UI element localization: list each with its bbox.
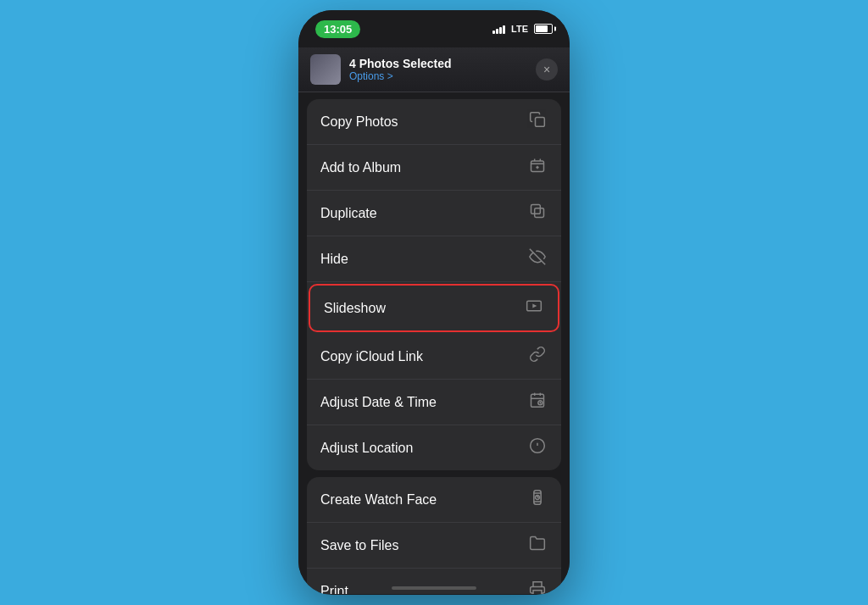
close-button[interactable]: × [536, 58, 558, 80]
adjust-date-label: Adjust Date & Time [320, 395, 437, 410]
photo-count: 4 Photos Selected [349, 57, 452, 70]
status-time: 13:05 [315, 20, 360, 38]
create-watch-face-label: Create Watch Face [320, 492, 437, 508]
status-icons: LTE [492, 24, 553, 34]
status-bar: 13:05 LTE [298, 10, 570, 47]
menu-item-adjust-location[interactable]: Adjust Location [307, 425, 561, 470]
print-label: Print [320, 584, 348, 595]
menu-container: Copy Photos Add to Album [298, 92, 570, 594]
print-icon [527, 580, 548, 594]
add-to-album-label: Add to Album [320, 160, 401, 175]
menu-item-save-to-files[interactable]: Save to Files [307, 523, 561, 569]
photo-thumbnail [310, 54, 341, 85]
svg-marker-8 [532, 304, 537, 308]
menu-item-add-to-album[interactable]: Add to Album [307, 145, 561, 191]
battery-icon [534, 24, 553, 34]
menu-item-create-watch-face[interactable]: Create Watch Face [307, 477, 561, 523]
menu-item-copy-icloud[interactable]: Copy iCloud Link [307, 334, 561, 380]
adjust-date-icon [527, 391, 548, 413]
adjust-location-icon [527, 437, 548, 458]
save-to-files-icon [527, 535, 548, 556]
duplicate-label: Duplicate [320, 206, 377, 221]
menu-item-adjust-date[interactable]: Adjust Date & Time [307, 380, 561, 425]
copy-photos-label: Copy Photos [320, 114, 398, 130]
home-indicator [392, 586, 476, 590]
copy-icloud-icon [527, 346, 548, 367]
photo-header-left: 4 Photos Selected Options > [310, 54, 452, 85]
svg-rect-21 [533, 591, 542, 594]
adjust-location-label: Adjust Location [320, 441, 413, 456]
photo-options-link[interactable]: Options > [349, 70, 452, 82]
menu-item-slideshow[interactable]: Slideshow [309, 284, 559, 332]
svg-rect-5 [531, 205, 541, 214]
copy-icloud-label: Copy iCloud Link [320, 349, 423, 364]
photo-header: 4 Photos Selected Options > × [298, 47, 570, 92]
phone-container: 13:05 LTE 4 Photos Selected Options > [298, 10, 570, 595]
hide-icon [527, 248, 548, 269]
hide-label: Hide [320, 252, 348, 267]
lte-label: LTE [511, 24, 528, 34]
add-to-album-icon [527, 157, 548, 178]
menu-item-print[interactable]: Print [307, 569, 561, 594]
duplicate-icon [527, 203, 548, 224]
menu-item-hide[interactable]: Hide [307, 236, 561, 282]
svg-rect-4 [535, 208, 544, 218]
menu-section-1: Copy Photos Add to Album [307, 99, 561, 470]
copy-photos-icon [527, 111, 548, 132]
signal-bars [492, 24, 505, 34]
menu-item-duplicate[interactable]: Duplicate [307, 191, 561, 236]
menu-item-copy-photos[interactable]: Copy Photos [307, 99, 561, 145]
menu-section-2: Create Watch Face Save to Files [307, 477, 561, 594]
svg-rect-0 [536, 118, 545, 127]
slideshow-label: Slideshow [324, 301, 386, 316]
photo-info: 4 Photos Selected Options > [349, 57, 452, 82]
create-watch-face-icon [527, 489, 548, 510]
slideshow-icon [524, 297, 544, 319]
save-to-files-label: Save to Files [320, 538, 398, 553]
